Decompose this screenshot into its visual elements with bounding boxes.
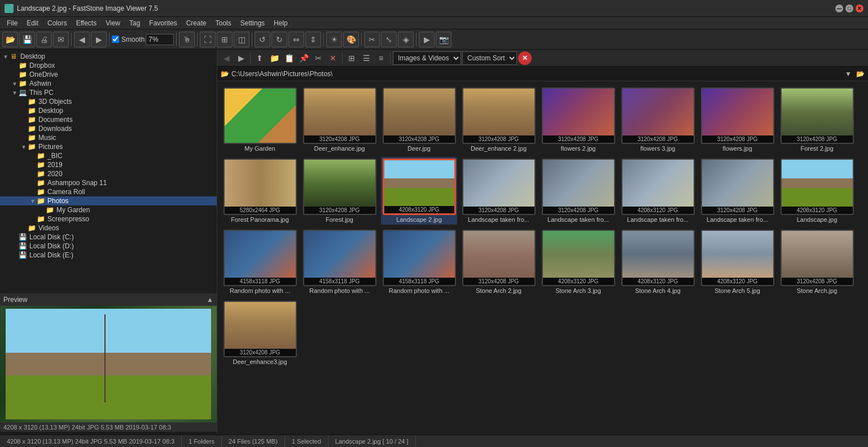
tb-brightness-button[interactable]: ☀ bbox=[326, 32, 342, 47]
path-dropdown-button[interactable]: ▼ bbox=[845, 70, 852, 78]
thumb-item-landscape_taken1[interactable]: 3120x4208 JPGLandscape taken fro... bbox=[461, 157, 537, 225]
tree-item-desktop2[interactable]: 📁Desktop bbox=[0, 106, 217, 115]
tb-print-button[interactable]: 🖨 bbox=[36, 32, 52, 47]
menu-item-settings[interactable]: Settings bbox=[236, 18, 269, 28]
thumb-item-flowers3[interactable]: 3120x4208 JPGflowers 3.jpg bbox=[620, 86, 696, 154]
tree-item-bic[interactable]: 📁_BIC bbox=[0, 151, 217, 160]
tree-toggle-desktop[interactable]: ▼ bbox=[2, 54, 9, 60]
tb-sharpen-button[interactable]: ◈ bbox=[398, 32, 414, 47]
tb-prev-button[interactable]: ◀ bbox=[74, 32, 90, 47]
back-button[interactable]: ◀ bbox=[220, 51, 233, 65]
tb-crop-button[interactable]: ✂ bbox=[364, 32, 380, 47]
stop-button[interactable]: ✕ bbox=[518, 51, 532, 65]
tree-item-pictures[interactable]: ▼📁Pictures bbox=[0, 142, 217, 151]
delete-button[interactable]: ✕ bbox=[326, 51, 340, 65]
menu-item-edit[interactable]: Edit bbox=[22, 18, 43, 28]
tree-toggle-ashwin[interactable]: ▼ bbox=[11, 81, 18, 87]
thumbs-view-button[interactable]: ⊞ bbox=[345, 51, 358, 65]
file-tree[interactable]: ▼🖥Desktop 📁Dropbox 📁OneDrive▼📁Ashwin▼💻Th… bbox=[0, 50, 217, 293]
tree-item-onedrive[interactable]: 📁OneDrive bbox=[0, 70, 217, 79]
thumb-item-stone_arch4[interactable]: 4208x3120 JPGStone Arch 4.jpg bbox=[620, 228, 696, 296]
thumb-item-landscape_taken2[interactable]: 3120x4208 JPGLandscape taken fro... bbox=[540, 157, 616, 225]
menu-item-file[interactable]: File bbox=[2, 18, 22, 28]
thumb-item-flowers[interactable]: 3120x4208 JPGflowers.jpg bbox=[699, 86, 775, 154]
sort-select[interactable]: Custom Sort Name Date bbox=[462, 51, 517, 65]
tree-item-screenpresso[interactable]: 📁Screenpresso bbox=[0, 214, 217, 224]
smooth-checkbox[interactable] bbox=[112, 36, 119, 43]
menu-item-create[interactable]: Create bbox=[182, 18, 211, 28]
move-button[interactable]: ✂ bbox=[312, 51, 325, 65]
tb-slideshow-button[interactable]: ▶ bbox=[419, 32, 435, 47]
tree-item-2019[interactable]: 📁2019 bbox=[0, 160, 217, 169]
tb-flipv-button[interactable]: ⇕ bbox=[305, 32, 321, 47]
thumb-item-random3[interactable]: 4158x3118 JPGRandom photo with ... bbox=[381, 228, 457, 296]
menu-item-effects[interactable]: Effects bbox=[72, 18, 101, 28]
thumb-item-deer[interactable]: 3120x4208 JPGDeer.jpg bbox=[381, 86, 457, 154]
thumb-item-mygarden[interactable]: My Garden bbox=[222, 86, 298, 154]
menu-item-help[interactable]: Help bbox=[269, 18, 292, 28]
zoom-input[interactable]: 7% bbox=[146, 34, 174, 45]
tree-item-documents[interactable]: 📁Documents bbox=[0, 115, 217, 124]
thumb-item-stone_arch5[interactable]: 4208x3120 JPGStone Arch 5.jpg bbox=[699, 228, 775, 296]
tree-item-photos[interactable]: ▼📁Photos bbox=[0, 196, 217, 205]
thumb-item-landscape2[interactable]: 4208x3120 JPGLandscape 2.jpg bbox=[381, 157, 457, 225]
tree-item-desktop[interactable]: ▼🖥Desktop bbox=[0, 52, 217, 61]
tree-item-locale[interactable]: 💾Local Disk (E:) bbox=[0, 251, 217, 260]
new-folder-button[interactable]: 📁 bbox=[268, 51, 281, 65]
tree-item-cameraroll[interactable]: 📁Camera Roll bbox=[0, 187, 217, 196]
tree-item-thispc[interactable]: ▼💻This PC bbox=[0, 88, 217, 97]
tb-fliph-button[interactable]: ⇔ bbox=[288, 32, 304, 47]
thumb-item-stone_arch[interactable]: 3120x4208 JPGStone Arch.jpg bbox=[779, 228, 855, 296]
thumb-item-landscape_taken4[interactable]: 3120x4208 JPGLandscape taken fro... bbox=[699, 157, 775, 225]
tree-item-downloads[interactable]: 📁Downloads bbox=[0, 124, 217, 133]
thumb-item-deer_enhance[interactable]: 3120x4208 JPGDeer_enhance.jpg bbox=[301, 86, 378, 154]
tb-rotatel-button[interactable]: ↺ bbox=[255, 32, 270, 47]
tb-multipage-button[interactable]: ⊞ bbox=[217, 32, 233, 47]
thumb-item-landscape_taken3[interactable]: 4208x3120 JPGLandscape taken fro... bbox=[620, 157, 696, 225]
details-view-button[interactable]: ≡ bbox=[374, 51, 388, 65]
thumb-item-forest[interactable]: 3120x4208 JPGForest.jpg bbox=[301, 157, 378, 225]
close-button[interactable]: ✕ bbox=[856, 5, 863, 12]
tb-save-button[interactable]: 💾 bbox=[19, 32, 35, 47]
tree-item-locald[interactable]: 💾Local Disk (D:) bbox=[0, 242, 217, 251]
tb-email-button[interactable]: ✉ bbox=[53, 32, 69, 47]
window-controls[interactable]: — □ ✕ bbox=[835, 5, 863, 12]
tb-cursor-button[interactable]: 🖱 bbox=[179, 32, 195, 47]
tb-fullscreen-button[interactable]: ⛶ bbox=[200, 32, 216, 47]
list-view-button[interactable]: ☰ bbox=[360, 51, 373, 65]
preview-expand-icon[interactable]: ▲ bbox=[207, 296, 213, 304]
minimize-button[interactable]: — bbox=[835, 5, 843, 12]
menu-item-tools[interactable]: Tools bbox=[211, 18, 236, 28]
thumb-item-landscape[interactable]: 4208x3120 JPGLandscape.jpg bbox=[779, 157, 855, 225]
maximize-button[interactable]: □ bbox=[845, 5, 853, 12]
tb-scanner-button[interactable]: 📷 bbox=[436, 32, 451, 47]
menu-item-view[interactable]: View bbox=[101, 18, 125, 28]
menu-item-tag[interactable]: Tag bbox=[125, 18, 144, 28]
tree-item-2020[interactable]: 📁2020 bbox=[0, 169, 217, 178]
tree-item-videos[interactable]: 📁Videos bbox=[0, 224, 217, 233]
thumb-item-stone_arch2[interactable]: 3120x4208 JPGStone Arch 2.jpg bbox=[461, 228, 537, 296]
tree-item-3dobjects[interactable]: 📁3D Objects bbox=[0, 97, 217, 106]
tb-next-button[interactable]: ▶ bbox=[91, 32, 107, 47]
tb-color-button[interactable]: 🎨 bbox=[343, 32, 359, 47]
thumb-item-deer_enhance3[interactable]: 3120x4208 JPGDeer_enhance3.jpg bbox=[222, 299, 298, 367]
menu-item-colors[interactable]: Colors bbox=[43, 18, 72, 28]
tb-rotater-button[interactable]: ↻ bbox=[271, 32, 287, 47]
tree-toggle-pictures[interactable]: ▼ bbox=[20, 144, 27, 150]
filter-select[interactable]: Images & Videos Images Only Videos Only bbox=[393, 51, 461, 65]
tb-compare-button[interactable]: ◫ bbox=[234, 32, 249, 47]
thumb-item-stone_arch3[interactable]: 4208x3120 JPGStone Arch 3.jpg bbox=[540, 228, 616, 296]
tree-item-ashsnap[interactable]: 📁Ashampoo Snap 11 bbox=[0, 178, 217, 187]
tree-item-dropbox[interactable]: 📁Dropbox bbox=[0, 61, 217, 70]
thumb-item-random2[interactable]: 4158x3118 JPGRandom photo with ... bbox=[301, 228, 378, 296]
forward-button[interactable]: ▶ bbox=[234, 51, 248, 65]
tree-toggle-thispc[interactable]: ▼ bbox=[11, 90, 18, 96]
tree-item-localc[interactable]: 💾Local Disk (C:) bbox=[0, 233, 217, 242]
tree-item-ashwin[interactable]: ▼📁Ashwin bbox=[0, 79, 217, 88]
tree-item-music[interactable]: 📁Music bbox=[0, 133, 217, 142]
thumb-item-flowers2[interactable]: 3120x4208 JPGflowers 2.jpg bbox=[540, 86, 616, 154]
tb-open-button[interactable]: 📂 bbox=[2, 32, 18, 47]
path-open-button[interactable]: 📂 bbox=[856, 70, 865, 78]
tree-item-mygarden[interactable]: 📁My Garden bbox=[0, 205, 217, 214]
tb-resize-button[interactable]: ⤡ bbox=[381, 32, 397, 47]
